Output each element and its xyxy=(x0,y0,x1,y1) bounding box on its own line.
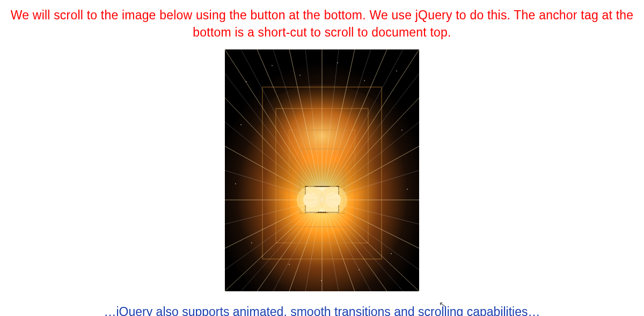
svg-point-65 xyxy=(235,183,236,184)
svg-point-68 xyxy=(289,264,290,265)
svg-point-70 xyxy=(391,253,392,254)
svg-point-62 xyxy=(396,70,397,71)
svg-point-69 xyxy=(358,269,360,270)
svg-point-66 xyxy=(407,189,408,190)
svg-point-58 xyxy=(272,65,273,66)
svg-point-64 xyxy=(401,130,402,131)
svg-point-57 xyxy=(246,81,247,82)
svg-point-61 xyxy=(364,80,365,81)
svg-point-63 xyxy=(240,124,241,125)
svg-point-60 xyxy=(337,62,338,63)
intro-paragraph: We will scroll to the image below using … xyxy=(0,0,644,46)
svg-point-67 xyxy=(251,242,252,243)
image-container xyxy=(0,46,644,301)
page-scroll-area[interactable]: We will scroll to the image below using … xyxy=(0,0,644,316)
description-link[interactable]: …jQuery also supports animated, smooth t… xyxy=(0,301,644,316)
hero-image xyxy=(225,49,419,291)
svg-point-71 xyxy=(321,280,322,281)
svg-point-59 xyxy=(299,75,301,76)
